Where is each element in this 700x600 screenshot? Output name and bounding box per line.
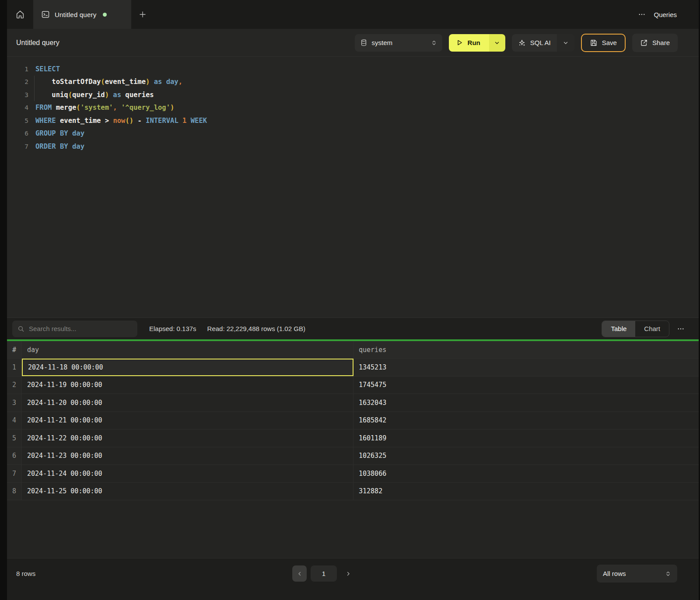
- plus-icon: [139, 10, 147, 18]
- code-text: FROM merge('system', '^query_log'): [28, 104, 174, 112]
- table-row: 12024-11-18 00:00:001345213: [7, 359, 699, 377]
- page-size-selector[interactable]: All rows: [597, 565, 677, 583]
- day-cell[interactable]: 2024-11-22 00:00:00: [22, 429, 354, 447]
- line-number: 4: [7, 104, 28, 111]
- database-selector[interactable]: system: [355, 34, 442, 52]
- run-options-button[interactable]: [489, 34, 505, 52]
- pagination: 1: [292, 565, 355, 582]
- row-index-cell[interactable]: 8: [7, 483, 22, 500]
- queries-cell[interactable]: 1745475: [354, 377, 699, 394]
- search-results-box[interactable]: [12, 321, 137, 337]
- code-text: GROUP BY day: [28, 129, 84, 137]
- new-tab-button[interactable]: [131, 0, 154, 29]
- day-cell[interactable]: 2024-11-18 00:00:00: [22, 359, 354, 376]
- queries-cell[interactable]: 1601189: [354, 429, 699, 447]
- row-index-cell[interactable]: 3: [7, 394, 22, 412]
- save-button[interactable]: Save: [581, 34, 626, 52]
- column-header-index[interactable]: #: [7, 341, 22, 358]
- chevron-left-icon: [297, 571, 303, 577]
- line-number: 2: [7, 78, 28, 85]
- code-line[interactable]: 6GROUP BY day: [7, 127, 699, 140]
- code-line[interactable]: 2 toStartOfDay(event_time) as day,: [7, 76, 699, 89]
- column-header-queries[interactable]: queries: [354, 341, 699, 358]
- query-header: Untitled query system Run: [7, 29, 699, 57]
- queries-menu-button[interactable]: Queries: [654, 11, 677, 18]
- row-index-cell[interactable]: 6: [7, 447, 22, 465]
- code-line[interactable]: 5WHERE event_time > now() - INTERVAL 1 W…: [7, 114, 699, 127]
- database-selected-value: system: [372, 39, 427, 46]
- run-button[interactable]: Run: [449, 34, 489, 52]
- sparkles-icon: [518, 39, 526, 47]
- topbar-more-button[interactable]: [638, 10, 646, 18]
- tab-untitled-query[interactable]: Untitled query: [33, 0, 131, 29]
- day-cell[interactable]: 2024-11-21 00:00:00: [22, 412, 354, 429]
- results-table: # day queries 12024-11-18 00:00:00134521…: [7, 341, 699, 558]
- code-text: SELECT: [28, 65, 60, 73]
- code-line[interactable]: 7ORDER BY day: [7, 140, 699, 153]
- day-cell[interactable]: 2024-11-25 00:00:00: [22, 483, 354, 500]
- line-number: 5: [7, 117, 28, 124]
- table-row: 82024-11-25 00:00:00312882: [7, 483, 699, 501]
- database-icon: [360, 39, 368, 46]
- run-label: Run: [468, 39, 480, 46]
- table-row: 32024-11-20 00:00:001632043: [7, 394, 699, 412]
- column-header-day[interactable]: day: [22, 341, 354, 358]
- run-button-group: Run: [449, 34, 505, 52]
- row-count: 8 rows: [16, 570, 35, 577]
- table-row: 52024-11-22 00:00:001601189: [7, 429, 699, 447]
- terminal-icon: [41, 10, 50, 19]
- top-bar: Untitled query Queries: [7, 0, 699, 29]
- code-line[interactable]: 3 uniq(query_id) as queries: [7, 88, 699, 101]
- code-text: ORDER BY day: [28, 143, 84, 150]
- tab-chart-view[interactable]: Chart: [635, 321, 669, 337]
- home-button[interactable]: [7, 0, 33, 29]
- chevron-down-icon: [563, 40, 569, 46]
- row-index-cell[interactable]: 2: [7, 377, 22, 394]
- row-index-cell[interactable]: 1: [7, 359, 22, 376]
- queries-cell[interactable]: 1632043: [354, 394, 699, 412]
- queries-cell[interactable]: 1038066: [354, 465, 699, 482]
- code-text: WHERE event_time > now() - INTERVAL 1 WE…: [28, 117, 207, 125]
- share-icon: [640, 39, 648, 47]
- table-row: 42024-11-21 00:00:001685842: [7, 412, 699, 430]
- search-results-input[interactable]: [29, 325, 132, 332]
- code-line[interactable]: 1SELECT: [7, 63, 699, 76]
- current-page-button[interactable]: 1: [311, 565, 337, 582]
- chevrons-updown-icon: [665, 570, 671, 577]
- prev-page-button[interactable]: [292, 565, 307, 582]
- chevrons-updown-icon: [431, 39, 437, 46]
- sql-ai-button-group: SQL AI: [512, 34, 574, 52]
- queries-cell[interactable]: 1345213: [354, 359, 699, 376]
- table-header-row: # day queries: [7, 341, 699, 359]
- home-icon: [15, 10, 25, 19]
- results-more-button[interactable]: [677, 325, 685, 333]
- code-line[interactable]: 4FROM merge('system', '^query_log'): [7, 101, 699, 115]
- sql-ai-label: SQL AI: [530, 39, 551, 46]
- sql-ai-options-button[interactable]: [557, 34, 574, 52]
- line-number: 3: [7, 91, 28, 98]
- queries-cell[interactable]: 1685842: [354, 412, 699, 429]
- row-index-cell[interactable]: 7: [7, 465, 22, 482]
- elapsed-stat: Elapsed: 0.137s: [149, 325, 196, 332]
- queries-cell[interactable]: 1026325: [354, 447, 699, 465]
- day-cell[interactable]: 2024-11-20 00:00:00: [22, 394, 354, 412]
- day-cell[interactable]: 2024-11-19 00:00:00: [22, 377, 354, 394]
- save-label: Save: [602, 39, 617, 46]
- queries-cell[interactable]: 312882: [354, 483, 699, 500]
- results-toolbar: Elapsed: 0.137s Read: 22,229,488 rows (1…: [7, 317, 699, 339]
- read-stat: Read: 22,229,488 rows (1.02 GB): [207, 325, 305, 332]
- day-cell[interactable]: 2024-11-24 00:00:00: [22, 465, 354, 482]
- share-button[interactable]: Share: [632, 34, 678, 52]
- table-row: 22024-11-19 00:00:001745475: [7, 377, 699, 394]
- code-text: toStartOfDay(event_time) as day,: [28, 78, 182, 86]
- sql-ai-button[interactable]: SQL AI: [512, 34, 557, 52]
- line-number: 7: [7, 143, 28, 150]
- tab-table-view[interactable]: Table: [602, 321, 635, 337]
- row-index-cell[interactable]: 4: [7, 412, 22, 429]
- chevron-down-icon: [494, 40, 500, 46]
- sql-editor[interactable]: 1SELECT2 toStartOfDay(event_time) as day…: [7, 57, 699, 317]
- share-label: Share: [652, 39, 670, 46]
- day-cell[interactable]: 2024-11-23 00:00:00: [22, 447, 354, 465]
- row-index-cell[interactable]: 5: [7, 429, 22, 447]
- next-page-button[interactable]: [341, 565, 355, 582]
